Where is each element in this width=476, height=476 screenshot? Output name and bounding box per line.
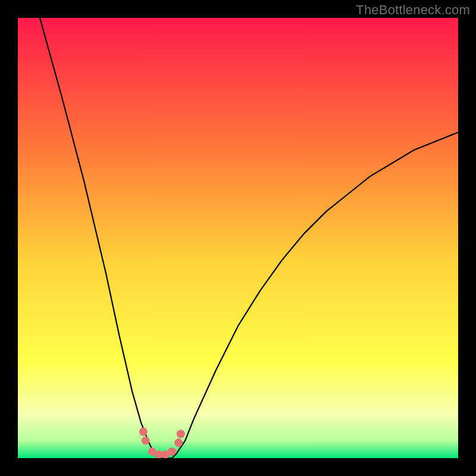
marker-point — [168, 447, 176, 456]
watermark-text: TheBottleneck.com — [356, 2, 470, 18]
plot-svg — [18, 18, 458, 458]
gradient-bg — [18, 18, 458, 458]
marker-point — [174, 439, 183, 447]
plot-area — [18, 18, 458, 458]
marker-point — [142, 436, 150, 444]
marker-point — [177, 430, 185, 438]
chart-frame: TheBottleneck.com — [0, 0, 476, 476]
marker-point — [139, 428, 148, 436]
